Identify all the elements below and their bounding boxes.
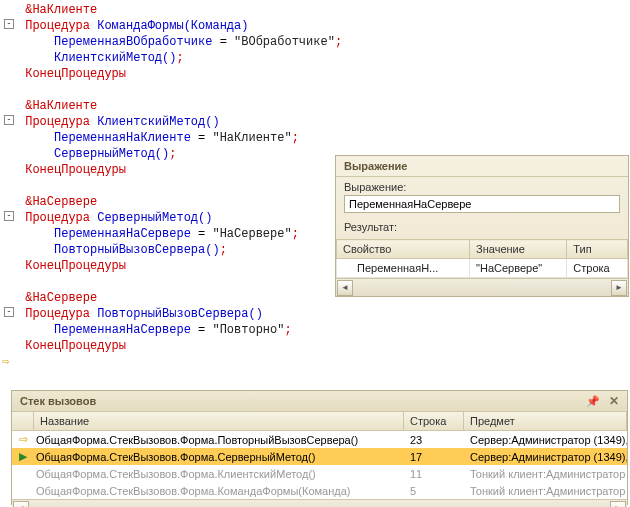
end-keyword: КонецПроцедуры bbox=[25, 339, 126, 353]
proc-name: ПовторныйВызовСервера bbox=[97, 307, 248, 321]
string: "Повторно" bbox=[212, 323, 284, 337]
code-line: &НаКлиенте bbox=[18, 98, 630, 114]
row-name: ОбщаяФорма.СтекВызовов.Форма.КомандаФорм… bbox=[34, 485, 404, 497]
semi: ; bbox=[292, 131, 299, 145]
scroll-right-icon[interactable]: ► bbox=[610, 501, 626, 507]
semi: ; bbox=[176, 51, 183, 65]
horizontal-scrollbar[interactable]: ◄ ► bbox=[336, 278, 628, 296]
end-keyword: КонецПроцедуры bbox=[25, 259, 126, 273]
assign: = bbox=[191, 227, 213, 241]
col-subject[interactable]: Предмет bbox=[464, 412, 627, 430]
code-line: ПеременнаяНаСервере = "Повторно"; bbox=[18, 322, 630, 338]
proc-keyword: Процедура bbox=[25, 307, 90, 321]
fold-icon[interactable]: - bbox=[4, 19, 14, 29]
col-type[interactable]: Тип bbox=[567, 240, 628, 259]
row-name: ОбщаяФорма.СтекВызовов.Форма.КлиентскийМ… bbox=[34, 468, 404, 480]
stack-row[interactable]: ОбщаяФорма.СтекВызовов.Форма.КомандаФорм… bbox=[12, 482, 627, 499]
stack-row[interactable]: ▶ОбщаяФорма.СтекВызовов.Форма.СерверныйМ… bbox=[12, 448, 627, 465]
stack-header: Название Строка Предмет bbox=[12, 412, 627, 431]
row-name: ОбщаяФорма.СтекВызовов.Форма.СерверныйМе… bbox=[34, 451, 404, 463]
directive: &НаКлиенте bbox=[25, 99, 97, 113]
row-line: 23 bbox=[404, 434, 464, 446]
stack-row[interactable]: ⇨ОбщаяФорма.СтекВызовов.Форма.ПовторныйВ… bbox=[12, 431, 627, 448]
semi: ; bbox=[284, 323, 291, 337]
assign: = bbox=[191, 131, 213, 145]
col-line[interactable]: Строка bbox=[404, 412, 464, 430]
proc-args: () bbox=[198, 211, 212, 225]
horizontal-scrollbar[interactable]: ◄ ► bbox=[12, 499, 627, 507]
var: ПеременнаяНаКлиенте bbox=[54, 131, 191, 145]
assign: = bbox=[191, 323, 213, 337]
code-line: Процедура ПовторныйВызовСервера() bbox=[18, 306, 630, 322]
call: КлиентскийМетод bbox=[54, 51, 162, 65]
result-table: Свойство Значение Тип ПеременнаяН... "На… bbox=[336, 239, 628, 278]
scroll-right-icon[interactable]: ► bbox=[611, 280, 627, 296]
parens: () bbox=[205, 243, 219, 257]
end-keyword: КонецПроцедуры bbox=[25, 163, 126, 177]
call-stack-panel: Стек вызовов 📌 ✕ Название Строка Предмет… bbox=[11, 390, 628, 505]
exec-arrow-icon: ⇨ bbox=[2, 354, 9, 370]
code-line: ПеременнаяНаКлиенте = "НаКлиенте"; bbox=[18, 130, 630, 146]
var: ПеременнаяВОбработчике bbox=[54, 35, 212, 49]
code-line: Процедура КлиентскийМетод() bbox=[18, 114, 630, 130]
row-line: 11 bbox=[404, 468, 464, 480]
semi: ; bbox=[335, 35, 342, 49]
code-line: &НаКлиенте bbox=[18, 2, 630, 18]
result-label: Результат: bbox=[344, 221, 620, 233]
proc-keyword: Процедура bbox=[25, 115, 90, 129]
expression-panel: Выражение Выражение: Результат: Свойство… bbox=[335, 155, 629, 297]
stack-row[interactable]: ОбщаяФорма.СтекВызовов.Форма.КлиентскийМ… bbox=[12, 465, 627, 482]
semi: ; bbox=[292, 227, 299, 241]
semi: ; bbox=[169, 147, 176, 161]
fold-icon[interactable]: - bbox=[4, 211, 14, 221]
parens: () bbox=[155, 147, 169, 161]
proc-keyword: Процедура bbox=[25, 211, 90, 225]
directive: &НаСервере bbox=[25, 291, 97, 305]
call: СерверныйМетод bbox=[54, 147, 155, 161]
col-value[interactable]: Значение bbox=[470, 240, 567, 259]
proc-args: () bbox=[205, 115, 219, 129]
panel-title: Стек вызовов bbox=[20, 395, 96, 407]
proc-name: СерверныйМетод bbox=[97, 211, 198, 225]
row-line: 5 bbox=[404, 485, 464, 497]
cell-type: Строка bbox=[567, 259, 628, 278]
expression-label: Выражение: bbox=[344, 181, 620, 193]
parens: () bbox=[162, 51, 176, 65]
string: "НаСервере" bbox=[212, 227, 291, 241]
fold-icon[interactable]: - bbox=[4, 307, 14, 317]
stack-body: ⇨ОбщаяФорма.СтекВызовов.Форма.ПовторныйВ… bbox=[12, 431, 627, 499]
proc-name: КлиентскийМетод bbox=[97, 115, 205, 129]
row-icon: ▶ bbox=[12, 450, 34, 463]
proc-name: КомандаФормы bbox=[97, 19, 183, 33]
close-icon[interactable]: ✕ bbox=[609, 394, 619, 408]
string: "ВОбработчике" bbox=[234, 35, 335, 49]
expression-input[interactable] bbox=[344, 195, 620, 213]
call: ПовторныйВызовСервера bbox=[54, 243, 205, 257]
col-property[interactable]: Свойство bbox=[337, 240, 470, 259]
result-row[interactable]: ПеременнаяН... "НаСервере" Строка bbox=[337, 259, 628, 278]
panel-title: Выражение bbox=[336, 156, 628, 177]
proc-args: () bbox=[248, 307, 262, 321]
row-icon: ⇨ bbox=[12, 433, 34, 446]
var: ПеременнаяНаСервере bbox=[54, 323, 191, 337]
assign: = bbox=[212, 35, 234, 49]
cell-property: ПеременнаяН... bbox=[337, 259, 470, 278]
row-line: 17 bbox=[404, 451, 464, 463]
scroll-left-icon[interactable]: ◄ bbox=[337, 280, 353, 296]
scroll-left-icon[interactable]: ◄ bbox=[13, 501, 29, 507]
code-line: Процедура КомандаФормы(Команда) bbox=[18, 18, 630, 34]
row-subject: Тонкий клиент:Администратор bbox=[464, 468, 627, 480]
row-name: ОбщаяФорма.СтекВызовов.Форма.ПовторныйВы… bbox=[34, 434, 404, 446]
fold-icon[interactable]: - bbox=[4, 115, 14, 125]
pin-icon[interactable]: 📌 bbox=[586, 395, 600, 407]
proc-args: (Команда) bbox=[184, 19, 249, 33]
code-line: КонецПроцедуры bbox=[18, 338, 630, 354]
col-name[interactable]: Название bbox=[34, 412, 404, 430]
directive: &НаКлиенте bbox=[25, 3, 97, 17]
proc-keyword: Процедура bbox=[25, 19, 90, 33]
code-line: ПеременнаяВОбработчике = "ВОбработчике"; bbox=[18, 34, 630, 50]
row-subject: Сервер:Администратор (1349), bbox=[464, 434, 627, 446]
code-line: КлиентскийМетод(); bbox=[18, 50, 630, 66]
var: ПеременнаяНаСервере bbox=[54, 227, 191, 241]
end-keyword: КонецПроцедуры bbox=[25, 67, 126, 81]
